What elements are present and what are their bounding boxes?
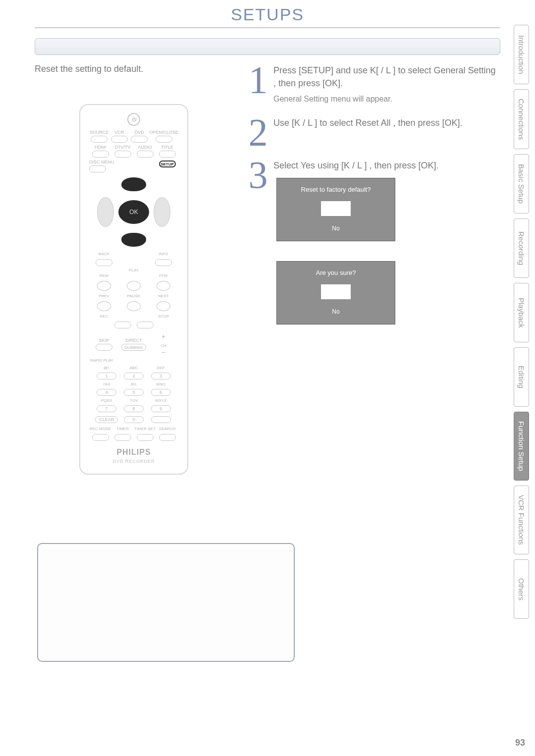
step-3: 3 Select Yes using [K / L ] , then press…: [243, 159, 500, 324]
remote-label: REW: [89, 273, 119, 278]
remote-label: VCR: [114, 130, 124, 135]
step-number: 1: [243, 64, 273, 106]
remote-label: OPEN/CLOSE: [149, 130, 178, 135]
number-pad: @!.ABCDEF 123 GHIJKLMNO 456 PQRSTUVWXYZ …: [90, 366, 177, 424]
dialog-title: Reset to factory default?: [277, 183, 395, 196]
remote-label: SOURCE: [90, 130, 109, 135]
dialog-reset: Reset to factory default? Yes No: [276, 178, 395, 241]
tab-recording[interactable]: Recording: [514, 218, 529, 278]
step-number: 3: [243, 159, 273, 324]
remote-label: REC MODE: [89, 427, 111, 431]
next-icon: [157, 301, 170, 311]
tab-function-setup[interactable]: Function Setup: [514, 412, 529, 481]
remote-control-illustration: ⏻ SOURCE VCR DVD OPEN/CLOSE HDMI DTV/TV …: [79, 104, 188, 475]
remote-label: FFW: [149, 273, 178, 278]
remote-label: AUDIO: [138, 145, 152, 150]
brand-subtitle: DVD RECORDER: [86, 459, 181, 464]
step-2: 2 Use [K / L ] to select Reset All , the…: [243, 116, 500, 148]
dpad-right-icon: [154, 197, 170, 227]
remote-row-2: HDMI DTV/TV AUDIO TITLE: [89, 145, 178, 158]
remote-label: TITLE: [161, 145, 173, 150]
side-tab-strip: Introduction Connections Basic Setup Rec…: [514, 25, 529, 619]
remote-label: SEARCH: [156, 427, 178, 431]
step-note: General Setting menu will appear.: [273, 93, 500, 106]
page-title: SETUPS: [35, 0, 500, 28]
clear-button: CLEAR: [95, 416, 118, 423]
dubbing-button: DUBBING: [121, 344, 146, 351]
dpad-left-icon: [97, 197, 114, 227]
step-number: 2: [243, 116, 273, 148]
remote-label: PREV: [89, 294, 119, 298]
remote-label: DVD: [135, 130, 144, 135]
remote-label: INFO: [149, 252, 178, 256]
dialog-title: Are you sure?: [277, 267, 395, 279]
rewind-icon: [97, 281, 111, 291]
dialog-confirm: Are you sure? Yes No: [276, 261, 395, 324]
dpad-down-icon: [121, 233, 146, 247]
dialog-option-no: No: [321, 221, 351, 236]
intro-text: Reset the setting to default.: [35, 64, 233, 74]
setup-button-highlight: SETUP: [159, 161, 176, 167]
remote-label: STOP: [149, 314, 178, 319]
dialog-option-no: No: [321, 304, 351, 319]
play-icon: [127, 281, 141, 291]
remote-label: RAPID PLAY: [90, 358, 177, 363]
remote-label: DTV/TV: [114, 145, 130, 150]
tab-others[interactable]: Others: [514, 559, 529, 619]
remote-label: TIMER: [111, 427, 134, 431]
dialog-option-yes: Yes: [321, 201, 351, 216]
tab-playback[interactable]: Playback: [514, 283, 529, 342]
step-1: 1 Press [SETUP] and use K[ / L ] to sele…: [243, 64, 500, 106]
ffw-icon: [157, 281, 170, 291]
brand-logo: PHILIPS: [86, 448, 181, 457]
remote-label: DISC MENU: [89, 160, 114, 164]
remote-label: TIMER SET: [134, 427, 156, 431]
page-number: 93: [515, 738, 525, 748]
prev-icon: [97, 301, 111, 311]
remote-label: DIRECT: [125, 338, 142, 343]
remote-row-1: SOURCE VCR DVD OPEN/CLOSE: [89, 130, 178, 143]
rec-icon: [114, 322, 131, 328]
dialog-option-yes: Yes: [321, 284, 351, 299]
pause-icon: [127, 301, 141, 311]
remote-label: BACK: [89, 252, 119, 256]
dpad: OK: [94, 177, 173, 247]
ok-button: OK: [118, 200, 149, 224]
step-text: Select Yes using [K / L ] , then press […: [273, 161, 439, 170]
stop-icon: [137, 322, 154, 328]
tab-basic-setup[interactable]: Basic Setup: [514, 154, 529, 214]
remote-label: SKIP: [99, 338, 109, 343]
note-box: [37, 543, 295, 662]
section-heading-bar: [35, 38, 500, 55]
step-text: Use [K / L ] to select Reset All , then …: [273, 118, 463, 128]
tab-editing[interactable]: Editing: [514, 347, 529, 407]
tab-vcr-functions[interactable]: VCR Functions: [514, 486, 529, 554]
tab-connections[interactable]: Connections: [514, 89, 529, 149]
step-text: Press [SETUP] and use K[ / L ] to select…: [273, 65, 496, 88]
remote-label: PAUSE: [119, 294, 149, 298]
tab-introduction[interactable]: Introduction: [514, 25, 529, 84]
remote-label: NEXT: [149, 294, 178, 298]
remote-row-menu: DISC MENU SETUP: [89, 160, 178, 172]
remote-label: PLAY: [119, 268, 149, 272]
power-icon: ⏻: [127, 113, 140, 126]
dpad-up-icon: [121, 177, 146, 191]
remote-label: CH: [160, 343, 166, 348]
remote-row-back-info: BACK INFO: [89, 252, 178, 256]
remote-label: HDMI: [95, 145, 106, 150]
remote-label: REC: [89, 314, 119, 319]
